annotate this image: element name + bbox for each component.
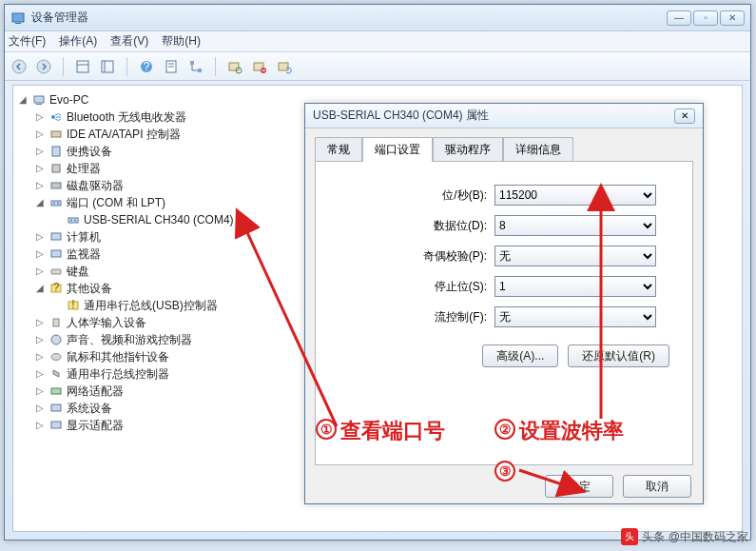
svg-point-32	[70, 220, 72, 222]
svg-text:!: !	[71, 299, 74, 311]
svg-rect-28	[51, 201, 61, 206]
svg-point-30	[57, 203, 59, 205]
svg-rect-24	[51, 131, 61, 137]
stopbits-label: 停止位(S):	[333, 279, 494, 295]
tab-details[interactable]: 详细信息	[503, 137, 573, 162]
uninstall-icon[interactable]	[251, 58, 268, 75]
svg-point-43	[51, 354, 61, 361]
flow-select[interactable]: 无	[494, 306, 656, 327]
minimize-button[interactable]: —	[667, 10, 691, 26]
svg-text:?: ?	[144, 60, 150, 73]
flow-label: 流控制(F):	[333, 309, 494, 325]
svg-rect-4	[77, 61, 88, 72]
annotation-2-text: 设置波特率	[519, 417, 624, 445]
menubar: 文件(F) 操作(A) 查看(V) 帮助(H)	[5, 31, 750, 52]
ok-button[interactable]: 确定	[545, 475, 613, 498]
svg-point-33	[74, 220, 76, 222]
svg-point-29	[53, 203, 55, 205]
list-icon[interactable]	[99, 58, 116, 75]
svg-rect-46	[51, 422, 61, 428]
titlebar: 设备管理器 — ▫ ✕	[5, 5, 750, 31]
svg-rect-41	[53, 319, 59, 326]
dialog-close-button[interactable]: ✕	[674, 108, 695, 124]
tree-icon[interactable]	[187, 58, 204, 75]
svg-rect-31	[68, 218, 78, 223]
props-icon[interactable]	[163, 58, 180, 75]
svg-rect-36	[51, 269, 61, 274]
svg-point-2	[12, 60, 26, 73]
tab-driver[interactable]: 驱动程序	[433, 137, 503, 162]
restore-defaults-button[interactable]: 还原默认值(R)	[568, 344, 669, 367]
app-icon	[10, 10, 26, 26]
svg-rect-34	[51, 233, 61, 240]
svg-point-23	[51, 115, 55, 119]
svg-rect-25	[52, 147, 60, 156]
dialog-title: USB-SERIAL CH340 (COM4) 属性	[313, 108, 674, 124]
svg-rect-20	[279, 63, 288, 70]
tabstrip: 常规 端口设置 驱动程序 详细信息	[305, 128, 703, 161]
forward-icon[interactable]	[35, 58, 52, 75]
scan-icon[interactable]	[226, 58, 243, 75]
menu-view[interactable]: 查看(V)	[110, 33, 148, 49]
tab-general[interactable]: 常规	[315, 137, 362, 162]
parity-label: 奇偶校验(P):	[333, 248, 494, 265]
svg-rect-21	[34, 96, 44, 103]
watermark-icon: 头	[621, 528, 638, 545]
svg-point-3	[37, 60, 50, 73]
annotation-3-circle: ③	[494, 461, 515, 482]
baud-select[interactable]: 115200	[494, 185, 656, 206]
svg-rect-26	[52, 165, 60, 172]
databits-label: 数据位(D):	[333, 218, 494, 234]
menu-file[interactable]: 文件(F)	[9, 33, 46, 49]
menu-help[interactable]: 帮助(H)	[162, 33, 201, 49]
annotation-2-circle: ②	[494, 419, 515, 440]
update-icon[interactable]	[276, 58, 293, 75]
baud-label: 位/秒(B):	[333, 187, 494, 204]
stopbits-select[interactable]: 1	[494, 276, 656, 297]
watermark: 头 头条 @中国数码之家	[621, 528, 748, 545]
svg-rect-13	[190, 61, 194, 65]
view-icon[interactable]	[74, 58, 91, 75]
svg-rect-14	[198, 69, 202, 72]
close-button[interactable]: ✕	[720, 10, 745, 26]
advanced-button[interactable]: 高级(A)...	[482, 344, 558, 367]
tab-port-settings[interactable]: 端口设置	[362, 137, 433, 162]
annotation-1-text: 查看端口号	[340, 417, 445, 445]
svg-text:?: ?	[53, 282, 60, 294]
svg-rect-1	[15, 23, 21, 24]
cancel-button[interactable]: 取消	[623, 475, 691, 498]
svg-rect-6	[102, 61, 113, 72]
svg-point-42	[51, 335, 61, 344]
svg-rect-45	[51, 404, 61, 411]
maximize-button[interactable]: ▫	[693, 10, 718, 26]
svg-rect-0	[12, 13, 24, 22]
databits-select[interactable]: 8	[494, 215, 656, 236]
help-icon[interactable]: ?	[138, 58, 155, 75]
parity-select[interactable]: 无	[494, 246, 656, 266]
svg-rect-35	[51, 250, 61, 257]
dialog-titlebar: USB-SERIAL CH340 (COM4) 属性 ✕	[305, 104, 703, 128]
svg-rect-22	[36, 104, 42, 105]
svg-rect-44	[51, 388, 61, 394]
svg-rect-15	[229, 63, 239, 70]
annotation-1-circle: ①	[316, 419, 337, 440]
toolbar: ?	[5, 52, 750, 81]
menu-action[interactable]: 操作(A)	[59, 33, 97, 49]
window-title: 设备管理器	[31, 10, 667, 26]
back-icon[interactable]	[10, 58, 28, 75]
svg-rect-27	[51, 183, 61, 188]
